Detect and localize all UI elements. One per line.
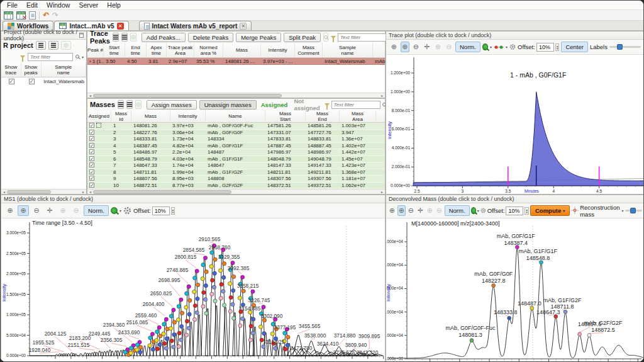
undo-icon[interactable]: ↶ — [43, 11, 49, 19]
zoom-out-icon[interactable]: ⊖ — [407, 205, 415, 216]
peak-finder-icon[interactable] — [482, 43, 488, 50]
column-header[interactable]: Name — [206, 110, 265, 122]
mass-row[interactable]: ✓4148387.454.82e+04mAb , G0F/G1F147887.4… — [87, 143, 385, 150]
close-icon[interactable]: ✕ — [240, 23, 247, 30]
unassign-masses-button[interactable]: Unassign masses — [199, 100, 257, 110]
trace-peaks-filter-input[interactable] — [338, 33, 387, 42]
new-document-icon[interactable] — [29, 11, 36, 20]
new-workflow-icon[interactable] — [4, 11, 13, 20]
project-filter-input[interactable] — [28, 53, 73, 61]
table-row[interactable]: ✓✓Intact_Watersmab — [1, 77, 86, 86]
mass-row[interactable]: ✓10148872.518.77e+03mAb , G2F/G2F148372.… — [87, 183, 385, 189]
offset-value[interactable]: 10% — [536, 43, 554, 52]
merge-peaks-button[interactable]: Merge Peaks — [236, 33, 281, 42]
crosshair-icon[interactable] — [571, 205, 579, 217]
assigned-checkbox[interactable]: ✓ — [89, 143, 94, 148]
column-header[interactable]: Sample name — [42, 62, 87, 77]
column-header[interactable]: Show peaks — [21, 62, 42, 77]
menu-item-window[interactable]: Window — [43, 1, 74, 9]
assigned-checkbox[interactable]: ✓ — [89, 183, 94, 188]
add-peaks-button[interactable]: Add Peaks... — [142, 33, 186, 42]
offset-spinner[interactable]: ▴▾ — [171, 207, 175, 215]
filter-funnel-icon[interactable] — [20, 55, 25, 59]
masses-hscrollbar[interactable]: ◂▸ — [87, 189, 385, 194]
pan-icon[interactable]: ✛ — [416, 205, 425, 216]
assigned-checkbox[interactable]: ✓ — [89, 176, 94, 181]
not-assigned-filter-toggle[interactable]: Not assigned — [292, 98, 321, 111]
settings-gear-icon[interactable] — [480, 206, 486, 215]
peak-finder-icon[interactable] — [111, 207, 118, 214]
close-icon[interactable]: ✕ — [117, 23, 124, 30]
label-density-slider[interactable] — [625, 210, 642, 212]
delete-peaks-button[interactable]: Delete Peaks — [188, 33, 234, 42]
column-header[interactable]: Start time — [104, 43, 125, 57]
pan-icon[interactable]: ✛ — [44, 205, 55, 216]
checkbox[interactable]: ✓ — [9, 79, 14, 84]
column-header[interactable]: Apex time — [147, 43, 167, 57]
column-header[interactable]: Mass Id — [111, 110, 131, 122]
filter-funnel-icon[interactable] — [325, 103, 330, 106]
compute-button[interactable]: Compute▾ — [530, 205, 570, 216]
menu-item-edit[interactable]: Edit — [23, 1, 42, 9]
column-header[interactable]: Intensity — [261, 43, 295, 57]
reconstruction-mass-dropdown[interactable]: Reconstruction mass▾ — [580, 204, 623, 218]
offset-spinner[interactable]: ▴▾ — [555, 43, 560, 51]
menu-item-help[interactable]: Help — [103, 1, 125, 9]
normalize-button[interactable]: Norm. — [455, 42, 480, 52]
masses-filter-input[interactable] — [331, 101, 380, 109]
assign-masses-button[interactable]: Assign masses — [147, 100, 197, 110]
zoom-in-icon[interactable]: ⊕ — [397, 205, 406, 216]
project-hscrollbar[interactable]: ◂▸ — [1, 189, 86, 194]
delete-table-icon[interactable]: ✕ — [16, 11, 26, 20]
offset-value[interactable]: 10% — [152, 206, 170, 215]
trace-plot-panel-header[interactable]: Trace plot (double click to dock / undoc… — [386, 31, 644, 40]
assigned-filter-toggle[interactable]: Assigned — [259, 101, 290, 108]
deconv-panel-header[interactable]: Deconvolved Mass (double click to dock /… — [386, 195, 644, 203]
column-header[interactable]: Mass Start — [265, 110, 306, 122]
assigned-checkbox[interactable]: ✓ — [89, 136, 94, 141]
group-icon[interactable] — [48, 41, 58, 50]
menu-item-file[interactable]: File — [3, 1, 21, 9]
zoom-fit-icon[interactable]: ⊕ — [389, 42, 399, 52]
column-header[interactable]: Peak # — [87, 43, 104, 57]
settings-gear-icon[interactable] — [123, 206, 131, 215]
labels-slider[interactable] — [609, 46, 641, 48]
normalize-button[interactable]: Norm. — [445, 205, 470, 216]
column-header[interactable]: Mass End — [306, 110, 340, 122]
offset-value[interactable]: 10% — [506, 206, 523, 215]
center-button[interactable]: Center — [561, 42, 588, 52]
mass-row[interactable]: ✓7148647.331.74e+04148647148147.33149147… — [87, 162, 385, 169]
zoom-fit-icon[interactable]: ⊕ — [388, 205, 396, 216]
sort-ascending-icon[interactable] — [118, 100, 124, 109]
mass-row[interactable]: ✓1148081.263.97e+03mAb , G0F/G0F-Fuc1475… — [87, 123, 385, 130]
filter-funnel-icon[interactable] — [331, 36, 336, 39]
zoom-fit-icon[interactable]: ⊕ — [4, 205, 16, 216]
column-header[interactable]: Sample name — [323, 43, 373, 57]
trace-peaks-hscrollbar[interactable]: ◂▸ — [87, 93, 385, 98]
ms1-panel-header[interactable]: MS1 (double click to dock / undock) — [1, 195, 385, 203]
mass-row[interactable]: ✓3148333.811.73e+04148334147833.81148833… — [87, 136, 385, 143]
assigned-checkbox[interactable]: ✓ — [89, 169, 94, 174]
pan-icon[interactable]: ✛ — [423, 42, 432, 52]
tab-report[interactable]: Intact Waters mAb v5_report ✕ — [139, 21, 252, 30]
assigned-checkbox[interactable]: ✓ — [89, 130, 94, 135]
ms1-plot-canvas[interactable]: Time range [3.50 - 4.50]0.000e+005.000e+… — [1, 218, 385, 362]
settings-gear-icon[interactable] — [509, 43, 516, 51]
column-header[interactable]: Assigned — [87, 110, 111, 122]
mass-row[interactable]: ✓6148548.794.03e+04mAb , G1F/G1F148048.7… — [87, 156, 385, 163]
zoom-in-icon[interactable]: ⊕ — [18, 205, 29, 216]
column-header[interactable]: Trace peak Area — [167, 43, 194, 57]
column-header[interactable]: Mass — [131, 110, 170, 122]
normalize-button[interactable]: Norm. — [84, 205, 109, 216]
mass-row[interactable]: ✓5148486.972.2e+04148487147986.97148986.… — [87, 149, 385, 156]
peak-finder-icon[interactable] — [471, 207, 476, 214]
assigned-checkbox[interactable]: ✓ — [89, 162, 94, 167]
trace-style-icon[interactable] — [494, 45, 504, 50]
column-header[interactable]: Normed area % — [194, 43, 223, 57]
group-icon[interactable] — [126, 100, 133, 109]
assigned-checkbox[interactable]: ✓ — [89, 123, 94, 128]
dock-icon[interactable] — [79, 33, 84, 38]
zoom-out-icon[interactable]: ⊖ — [411, 42, 421, 52]
mass-row[interactable]: ✓8148711.811.99e+04mAb , G1F/G2F148211.8… — [87, 169, 385, 176]
column-header[interactable]: End time — [125, 43, 147, 57]
